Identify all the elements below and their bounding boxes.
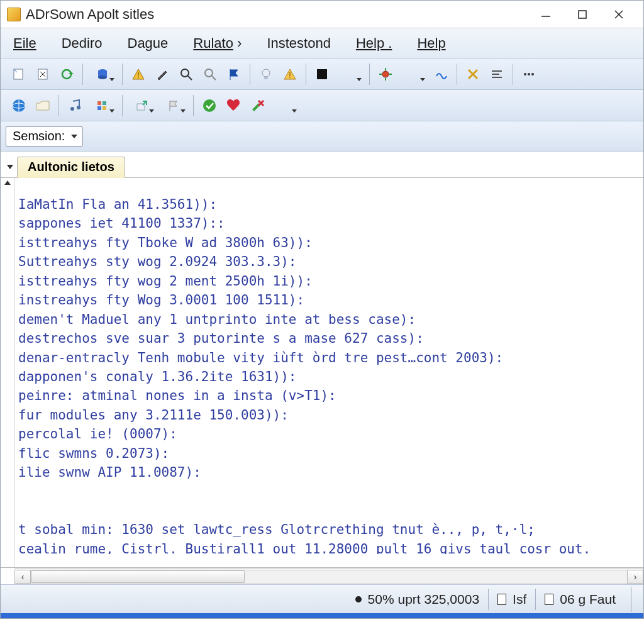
tool-refresh-icon[interactable]: [57, 65, 76, 84]
tool-zoom-out-icon[interactable]: [201, 65, 219, 84]
scroll-left-button[interactable]: ‹: [14, 570, 31, 584]
svg-rect-23: [317, 69, 327, 79]
svg-rect-1: [579, 11, 586, 18]
status-bar: 50% uprt 325,0003 Isf 06 g Faut: [1, 584, 643, 613]
content-gutter[interactable]: [1, 178, 14, 567]
tool-bulb-icon[interactable]: [257, 65, 275, 84]
tool-warning-yellow-icon[interactable]: !: [129, 65, 148, 84]
svg-point-19: [262, 69, 270, 77]
tool-flag2-icon[interactable]: [160, 96, 187, 115]
tool-flag-icon[interactable]: [225, 65, 243, 84]
menu-file[interactable]: Eile: [9, 33, 40, 54]
svg-point-15: [181, 69, 189, 77]
tool-warning-orange-icon[interactable]: !: [280, 65, 299, 84]
tab-overflow-button[interactable]: [3, 156, 17, 177]
session-label: Semsion:: [13, 129, 65, 143]
svg-marker-9: [69, 72, 74, 74]
menu-instestond[interactable]: Instestond: [263, 33, 335, 54]
status-dot-icon: [355, 596, 362, 602]
tool-globe-icon[interactable]: [9, 96, 28, 115]
tool-clipboard-x-icon[interactable]: [33, 65, 52, 84]
app-icon: [7, 8, 21, 21]
status-faut: 06 g Faut: [535, 589, 625, 610]
resize-grip[interactable]: [631, 587, 643, 612]
menu-dague[interactable]: Dague: [124, 33, 172, 54]
svg-line-18: [212, 76, 216, 80]
svg-point-34: [524, 73, 526, 75]
tool-delete-x-icon[interactable]: [464, 65, 482, 84]
tabs-row: Aultonic lietos: [1, 152, 643, 178]
svg-point-48: [203, 99, 216, 112]
tool-folder-icon[interactable]: [33, 96, 52, 115]
status-progress: 50% uprt 325,0003: [347, 589, 488, 610]
session-row: Semsion:: [1, 121, 643, 152]
tool-pencil-icon[interactable]: [153, 65, 172, 84]
svg-point-40: [70, 107, 74, 111]
document-icon: [497, 594, 506, 605]
tool-gear-icon[interactable]: [376, 65, 395, 84]
status-progress-text: 50% uprt 325,0003: [368, 592, 479, 607]
close-button[interactable]: [601, 3, 637, 26]
svg-rect-45: [103, 106, 106, 110]
toolbar-primary: ! !: [1, 58, 643, 90]
svg-point-12: [98, 75, 107, 79]
tool-edit-dropdown[interactable]: [272, 96, 298, 115]
tool-edit-cancel-icon[interactable]: [248, 96, 267, 115]
tab-output[interactable]: Aultonic lietos: [17, 157, 125, 178]
tool-accept-icon[interactable]: [200, 96, 219, 115]
chevron-up-icon: [4, 180, 11, 185]
content-area: IaMatIn Fla an 41.3561)): sappones iet 4…: [1, 178, 643, 568]
session-selector[interactable]: Semsion:: [6, 126, 83, 147]
svg-point-36: [531, 73, 534, 75]
document-icon: [545, 594, 553, 605]
menu-rulato[interactable]: Rulato ›: [189, 33, 245, 54]
tool-export-icon[interactable]: [129, 96, 155, 115]
svg-line-16: [188, 76, 192, 80]
svg-point-17: [205, 69, 213, 77]
tool-database-icon[interactable]: [89, 65, 116, 84]
tool-gear-dropdown[interactable]: [400, 65, 426, 84]
window-bottom-border: [1, 613, 643, 618]
tool-search-icon[interactable]: [177, 65, 196, 84]
tool-overflow-icon[interactable]: [519, 65, 538, 84]
svg-point-41: [77, 106, 80, 109]
svg-text:!: !: [137, 71, 139, 80]
title-bar: ADrSown Apolt sitles: [1, 1, 643, 28]
svg-rect-20: [264, 77, 268, 79]
minimize-button[interactable]: [528, 3, 564, 26]
svg-text:!: !: [289, 71, 291, 80]
scroll-thumb[interactable]: [31, 570, 245, 583]
tool-stop-dropdown[interactable]: [336, 65, 363, 84]
svg-rect-42: [97, 101, 101, 105]
scroll-track[interactable]: [31, 570, 627, 584]
menu-dediro[interactable]: Dediro: [58, 33, 106, 54]
menu-help-2[interactable]: Help: [413, 33, 449, 54]
status-faut-text: 06 g Faut: [560, 592, 616, 607]
tool-function-icon[interactable]: [431, 65, 450, 84]
svg-rect-44: [97, 106, 101, 110]
svg-point-35: [528, 73, 530, 75]
svg-rect-43: [103, 101, 106, 105]
maximize-button[interactable]: [564, 3, 601, 26]
tool-stop-icon[interactable]: [313, 65, 331, 84]
svg-point-24: [382, 71, 389, 77]
tool-palette-icon[interactable]: [89, 96, 116, 115]
horizontal-scrollbar[interactable]: ‹ ›: [14, 568, 643, 584]
tool-new-icon[interactable]: [9, 65, 28, 84]
tool-music-icon[interactable]: [65, 96, 84, 115]
tool-align-icon[interactable]: [487, 65, 506, 84]
window-title: ADrSown Apolt sitles: [26, 6, 154, 23]
output-pane[interactable]: IaMatIn Fla an 41.3561)): sappones iet 4…: [14, 191, 643, 554]
tool-heart-icon[interactable]: [224, 96, 243, 115]
toolbar-secondary: [1, 90, 643, 121]
status-isf-text: Isf: [513, 592, 526, 607]
chevron-down-icon: [71, 135, 77, 138]
status-isf: Isf: [488, 589, 535, 610]
scroll-right-button[interactable]: ›: [627, 570, 643, 584]
menu-bar: Eile Dediro Dague Rulato › Instestond He…: [1, 28, 643, 58]
menu-help-1[interactable]: Help .: [352, 33, 396, 54]
